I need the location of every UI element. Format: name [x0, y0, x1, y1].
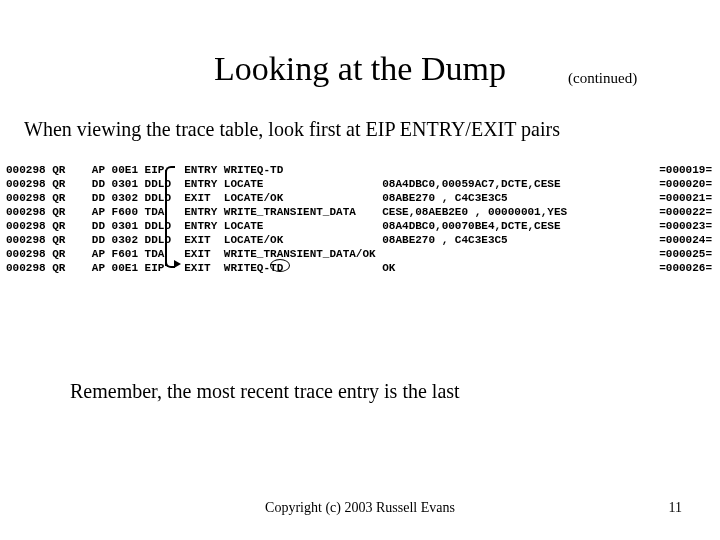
sequence-column: =000019= =000020= =000021= =000022= =000…: [659, 163, 712, 275]
slide-subtitle: When viewing the trace table, look first…: [24, 118, 560, 141]
ok-circle-annotation: [270, 259, 290, 272]
footnote-text: Remember, the most recent trace entry is…: [70, 380, 460, 403]
slide-title: Looking at the Dump: [214, 50, 506, 87]
arrow-annotation: [165, 170, 167, 266]
arrow-head-icon: [174, 260, 181, 268]
trace-table: 000298 QR AP 00E1 EIP ENTRY WRITEQ-TD 00…: [6, 163, 567, 275]
copyright-text: Copyright (c) 2003 Russell Evans: [0, 500, 720, 516]
continued-label: (continued): [568, 70, 637, 87]
page-number: 11: [669, 500, 682, 516]
